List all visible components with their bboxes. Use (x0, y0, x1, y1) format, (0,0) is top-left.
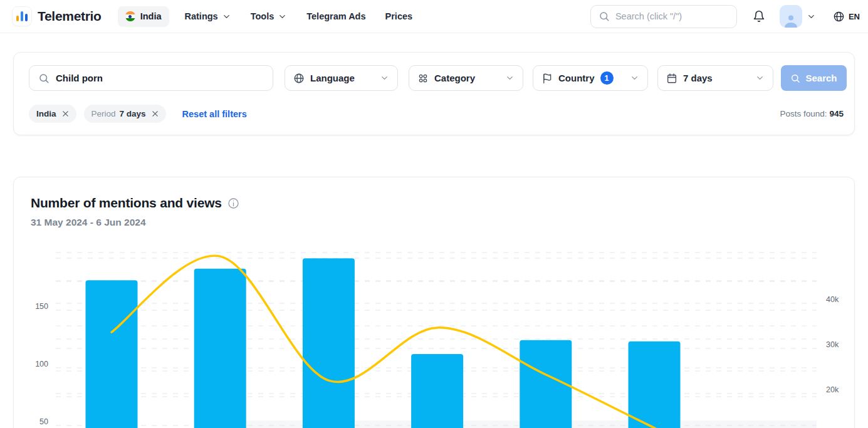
axis-tick-label: 100 (35, 360, 48, 368)
language-filter-label: Language (310, 73, 355, 83)
search-icon (599, 11, 610, 22)
nav-label: Prices (385, 11, 413, 21)
period-filter-select[interactable]: 7 days (657, 65, 773, 91)
axis-tick-label: 150 (35, 302, 48, 311)
global-search-box[interactable] (590, 5, 737, 28)
global-search-input[interactable] (615, 11, 729, 21)
remove-chip-icon[interactable] (152, 110, 159, 117)
chart-title: Number of mentions and views (31, 196, 222, 211)
info-icon[interactable] (227, 197, 239, 209)
search-button[interactable]: Search (781, 65, 847, 91)
nav-item-tools[interactable]: Tools (251, 11, 288, 21)
chart-bar[interactable] (411, 354, 463, 428)
chart-date-range: 31 May 2024 - 6 Jun 2024 (31, 217, 146, 228)
avatar (780, 5, 802, 28)
page: Telemetrio India Ratings Tools Telegram … (0, 0, 868, 428)
language-code: EN (849, 12, 860, 21)
notifications-button[interactable] (753, 10, 765, 23)
filter-chip-india[interactable]: India (29, 105, 76, 123)
keyword-search-input[interactable] (56, 73, 264, 83)
logo-bar-blue (21, 11, 23, 21)
user-icon (783, 13, 798, 28)
chip-prefix: Period (92, 109, 116, 118)
axis-tick-label: 30k (826, 340, 839, 349)
bell-icon (753, 10, 765, 23)
filter-chip-period[interactable]: Period 7 days (84, 105, 166, 123)
search-button-label: Search (805, 73, 837, 83)
axis-tick-label: 40k (826, 295, 839, 304)
chevron-down-icon (630, 73, 639, 83)
nav-item-ratings[interactable]: Ratings (185, 11, 231, 21)
category-filter-label: Category (434, 73, 475, 83)
country-filter-select[interactable]: Country 1 (533, 65, 648, 91)
account-menu[interactable] (780, 5, 816, 28)
language-switcher[interactable]: EN (833, 11, 860, 23)
search-icon (38, 73, 50, 84)
header-right-cluster: EN (590, 5, 860, 28)
keyword-search-box[interactable] (29, 65, 273, 91)
brand-wordmark[interactable]: Telemetrio (38, 9, 102, 24)
flag-icon (541, 73, 553, 84)
geo-country-pill[interactable]: India (118, 6, 169, 27)
country-filter-label: Country (558, 73, 595, 83)
posts-found-value: 945 (829, 109, 844, 118)
remove-chip-icon[interactable] (62, 110, 69, 117)
category-grid-icon (417, 73, 429, 84)
posts-found-label: Posts found: (780, 109, 827, 118)
chart-title-row: Number of mentions and views (31, 196, 239, 211)
category-filter-select[interactable]: Category (409, 65, 523, 91)
chevron-down-icon (278, 12, 287, 21)
axis-tick-label: 50 (39, 417, 48, 426)
chevron-down-icon (505, 73, 515, 83)
chevron-down-icon (380, 73, 389, 83)
nav-label: Tools (251, 11, 275, 21)
mentions-views-card: Number of mentions and views 31 May 2024… (13, 177, 855, 428)
chevron-down-icon (755, 73, 765, 83)
search-icon (790, 73, 800, 83)
logo-bar-darkblue (25, 14, 28, 21)
chip-label: India (36, 109, 56, 118)
filters-card: Language Category Country 1 (13, 52, 855, 135)
logo-bar-yellow (16, 16, 19, 21)
geo-country-label: India (140, 11, 162, 21)
chevron-down-icon (222, 12, 231, 21)
mentions-views-chart: 1501005040k30k20k (14, 241, 855, 428)
language-filter-select[interactable]: Language (285, 65, 398, 91)
active-filters-row: India Period 7 days Reset all filters Po… (29, 105, 844, 123)
chip-label: 7 days (120, 109, 146, 118)
globe-icon (293, 73, 305, 84)
chevron-down-icon (807, 12, 816, 21)
axis-tick-label: 20k (826, 385, 839, 394)
country-count-badge: 1 (600, 71, 614, 85)
top-navbar: Telemetrio India Ratings Tools Telegram … (0, 0, 868, 33)
nav-label: Telegram Ads (306, 11, 365, 21)
nav-item-telegram-ads[interactable]: Telegram Ads (306, 11, 365, 21)
nav-item-prices[interactable]: Prices (385, 11, 413, 21)
chart-bar[interactable] (86, 280, 138, 428)
posts-found: Posts found:945 (780, 109, 844, 118)
globe-icon (833, 11, 845, 23)
reset-all-filters-link[interactable]: Reset all filters (182, 109, 247, 119)
calendar-icon (666, 73, 677, 84)
chart-bar[interactable] (194, 269, 246, 428)
period-filter-label: 7 days (683, 73, 713, 83)
chart-bar[interactable] (629, 342, 681, 428)
chart-bar[interactable] (303, 258, 355, 428)
india-flag-icon (125, 11, 135, 21)
nav-label: Ratings (185, 11, 218, 21)
main-nav: Ratings Tools Telegram Ads Prices (185, 11, 413, 21)
filters-row: Language Category Country 1 (29, 65, 847, 91)
telemetrio-logo-icon[interactable] (13, 7, 31, 26)
